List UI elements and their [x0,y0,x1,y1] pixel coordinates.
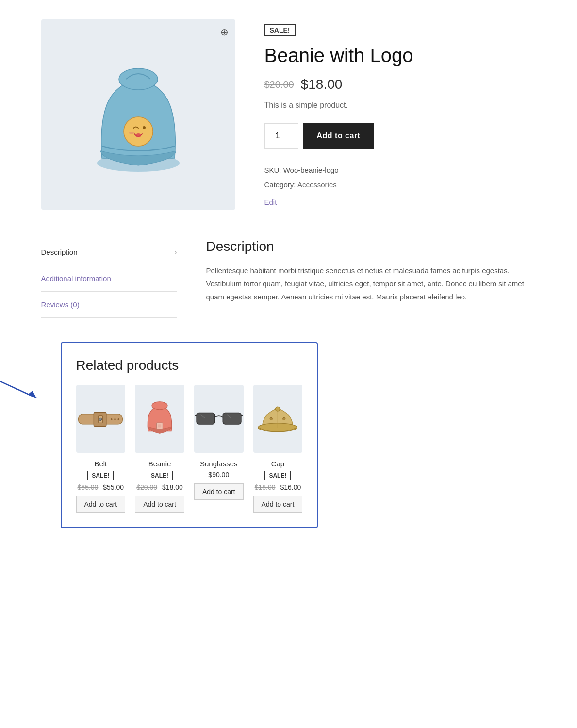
sale-badge: SALE! [264,24,296,36]
svg-point-14 [118,418,120,420]
tab-content-area: Description Pellentesque habitant morbi … [206,239,536,318]
related-product-belt: Belt SALE! $65.00 $55.00 Add to cart [76,385,126,513]
related-product-sunglasses-name: Sunglasses [194,460,244,468]
product-meta: SKU: Woo-beanie-logo Category: Accessori… [264,163,536,210]
svg-rect-17 [158,424,161,427]
belt-illustration [76,399,125,438]
related-product-belt-image[interactable] [76,385,126,453]
price-current: $18.00 [301,77,343,92]
svg-point-5 [129,132,134,134]
related-products-section: Related products [61,342,318,528]
product-image-container: ⊕ [41,19,235,210]
tabs-navigation: Description › Additional information Rev… [41,239,177,318]
svg-point-2 [124,117,153,146]
tab-content-title: Description [206,239,536,254]
add-to-cart-button[interactable]: Add to cart [303,123,374,149]
zoom-icon[interactable]: ⊕ [220,26,229,38]
tab-additional-information[interactable]: Additional information [41,265,177,292]
related-products-grid: Belt SALE! $65.00 $55.00 Add to cart [76,385,303,513]
related-product-beanie-add-to-cart[interactable]: Add to cart [135,496,184,513]
related-product-cap-price: $18.00 $16.00 [253,483,303,491]
beanie-illustration [135,399,184,438]
related-product-beanie-name: Beanie [135,460,184,468]
edit-link[interactable]: Edit [264,195,536,210]
related-product-cap: Cap SALE! $18.00 $16.00 Add to cart [253,385,303,513]
svg-marker-7 [28,391,36,398]
related-products-title: Related products [76,358,303,373]
related-product-beanie-badge: SALE! [147,471,173,480]
related-product-cap-image[interactable] [253,385,303,453]
chevron-icon: › [175,248,177,256]
category-link[interactable]: Accessories [297,181,337,189]
product-sku: SKU: Woo-beanie-logo [264,163,536,178]
svg-point-26 [270,417,272,420]
svg-rect-18 [197,413,215,424]
svg-point-4 [135,133,141,137]
add-to-cart-row: Add to cart [264,123,536,149]
related-product-beanie: Beanie SALE! $20.00 $18.00 Add to cart [135,385,184,513]
svg-point-13 [115,418,116,420]
related-product-cap-badge: SALE! [264,471,291,480]
tab-reviews[interactable]: Reviews (0) [41,292,177,318]
related-product-sunglasses: Sunglasses $90.00 Add to cart [194,385,244,513]
related-product-beanie-image[interactable] [135,385,184,453]
svg-point-1 [119,68,158,90]
related-product-cap-name: Cap [253,460,303,468]
related-product-cap-add-to-cart[interactable]: Add to cart [253,496,303,513]
related-product-belt-price: $65.00 $55.00 [76,483,126,491]
annotation-arrow [0,366,46,407]
product-details: SALE! Beanie with Logo $20.00 $18.00 Thi… [264,19,536,210]
product-description: This is a simple product. [264,101,536,110]
related-product-belt-add-to-cart[interactable]: Add to cart [76,496,126,513]
related-product-sunglasses-add-to-cart[interactable]: Add to cart [194,483,244,500]
related-product-sunglasses-image[interactable] [194,385,244,453]
product-section: ⊕ [41,10,536,210]
sunglasses-illustration [195,399,243,438]
tab-description[interactable]: Description › [41,239,177,265]
related-wrapper: Related products [41,342,536,528]
quantity-input[interactable] [264,123,298,149]
cap-illustration [253,399,302,438]
svg-rect-19 [223,413,241,424]
related-product-belt-name: Belt [76,460,126,468]
svg-point-12 [111,418,113,420]
svg-point-15 [152,402,167,410]
tabs-section: Description › Additional information Rev… [41,239,536,318]
price-container: $20.00 $18.00 [264,77,536,92]
svg-point-27 [283,417,285,420]
tab-content-body: Pellentesque habitant morbi tristique se… [206,264,536,303]
product-illustration [85,51,192,178]
product-image [75,42,201,187]
svg-point-3 [143,126,146,129]
related-product-belt-badge: SALE! [87,471,114,480]
price-original: $20.00 [264,79,294,90]
product-title: Beanie with Logo [264,44,536,67]
product-category: Category: Accessories [264,178,536,192]
related-product-beanie-price: $20.00 $18.00 [135,483,184,491]
svg-point-11 [99,418,102,420]
related-product-sunglasses-price: $90.00 [194,471,244,479]
